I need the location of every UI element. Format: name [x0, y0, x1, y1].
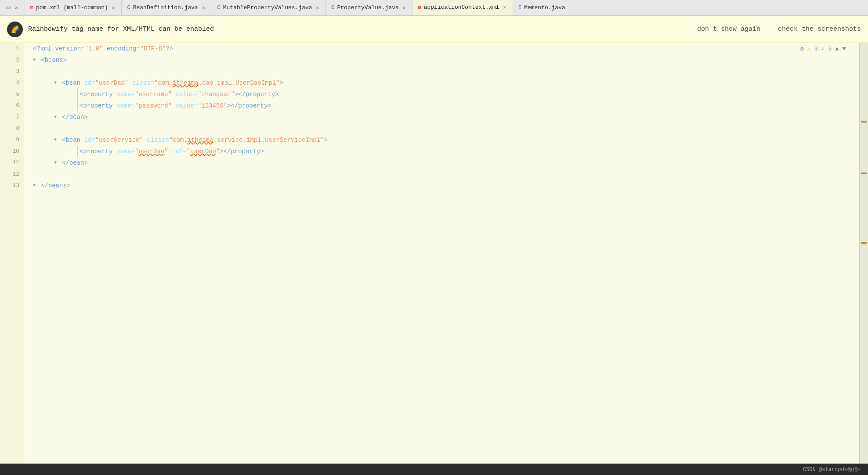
status-bar: CSDN @starcpdk微信-: [0, 464, 868, 475]
code-line-5: <property name="username" value="zhangsa…: [24, 89, 859, 100]
scroll-marker-1: [861, 121, 867, 122]
check-count: 3: [828, 46, 832, 52]
code-line-6: <property name="password" value="123456"…: [24, 100, 859, 112]
eye-off-icon[interactable]: ⊘: [800, 45, 803, 53]
line-num-10: 10: [0, 146, 24, 157]
code-content-11: </bean>: [62, 157, 88, 169]
line-num-12: 12: [0, 169, 24, 180]
line-num-9: 9: [0, 134, 24, 146]
dont-show-link[interactable]: don't show again: [697, 25, 760, 33]
right-scrollbar[interactable]: [859, 43, 868, 475]
code-content-1: <?xml version="1.0" encoding="UTF-8"?>: [33, 43, 173, 54]
chevron-down-icon[interactable]: ▼: [843, 45, 846, 52]
notification-icon: 🌈: [7, 22, 23, 37]
line-num-1: 1: [0, 43, 24, 54]
tab-pom-close[interactable]: ✕: [111, 4, 116, 11]
tab-pom[interactable]: m pom.xml (mall-common) ✕: [25, 0, 122, 16]
collapse-bean1-close[interactable]: ▼: [54, 112, 60, 123]
tab-property-close[interactable]: ✕: [401, 4, 407, 11]
code-content-10: <property name="userDao" ref="userDao"><…: [80, 146, 264, 157]
line-numbers: 1 2 3 4 5 6 7 8 9 10 11 12 13: [0, 43, 24, 475]
collapse-bean2-close[interactable]: ▼: [54, 157, 60, 169]
c-icon-2: C: [217, 5, 221, 11]
notification-bar: 🌈 Rainbowify tag name for XML/HTML can b…: [0, 16, 868, 43]
xml-icon-2: m: [418, 4, 421, 11]
code-content-7: </bean>: [62, 112, 88, 123]
editor-toolbar: ⊘ ⚠ 3 ✓ 3 ▲ ▼: [796, 43, 850, 54]
tab-mutable[interactable]: C MutablePropertyValues.java ✕: [212, 0, 326, 16]
code-line-13: ▼</beans>: [24, 180, 859, 191]
tab-va[interactable]: va ✕: [0, 0, 25, 16]
code-content-4: <bean id="userDao" class="com.itheima.da…: [62, 77, 283, 89]
code-area: ⊘ ⚠ 3 ✓ 3 ▲ ▼ <?xml version="1.0" encodi…: [24, 43, 859, 475]
tab-mutable-label: MutablePropertyValues.java: [223, 4, 312, 11]
code-line-1: <?xml version="1.0" encoding="UTF-8"?>: [24, 43, 859, 54]
collapse-bean1[interactable]: ▼: [54, 77, 60, 89]
code-line-10: <property name="userDao" ref="userDao"><…: [24, 146, 859, 157]
code-line-11: ▼</bean>: [24, 157, 859, 169]
collapse-beans-close[interactable]: ▼: [33, 180, 39, 191]
line-num-5: 5: [0, 89, 24, 100]
check-icon: ✓: [821, 45, 825, 52]
tab-bean-definition[interactable]: C BeanDefinition.java ✕: [122, 0, 212, 16]
tab-bar: va ✕ m pom.xml (mall-common) ✕ C BeanDef…: [0, 0, 868, 16]
check-screenshots-link[interactable]: check the screenshots: [778, 25, 861, 33]
code-line-7: ▼</bean>: [24, 112, 859, 123]
collapse-beans[interactable]: ▼: [33, 54, 39, 66]
collapse-bean2[interactable]: ▼: [54, 134, 60, 146]
code-content-5: <property name="username" value="zhangsa…: [80, 89, 279, 100]
c-icon-3: C: [331, 5, 334, 11]
warning-icon: ⚠: [807, 45, 811, 52]
tab-appctx-label: applicationContext.xml: [424, 4, 499, 11]
status-text: CSDN @starcpdk微信-: [803, 466, 861, 473]
line-num-6: 6: [0, 100, 24, 112]
code-content-6: <property name="password" value="123456"…: [80, 100, 271, 112]
code-content-9: <bean id="userService" class="com.itheim…: [62, 134, 328, 146]
code-line-8: [24, 123, 859, 134]
tab-property-value[interactable]: C PropertyValue.java ✕: [326, 0, 412, 16]
line-num-4: 4: [0, 77, 24, 89]
code-line-12: [24, 169, 859, 180]
xml-icon: m: [30, 5, 33, 11]
line-num-7: 7: [0, 112, 24, 123]
code-line-2: ▼<beans>: [24, 54, 859, 66]
code-content-13: </beans>: [41, 180, 70, 191]
code-content-2: <beans>: [41, 54, 67, 66]
code-line-3: [24, 66, 859, 77]
i-icon: I: [518, 5, 521, 11]
tab-appctx-close[interactable]: ✕: [502, 4, 507, 11]
tab-bean-label: BeanDefinition.java: [133, 4, 198, 11]
rainbow-icon: 🌈: [11, 25, 19, 34]
tab-memento[interactable]: I Memento.java: [513, 0, 571, 16]
editor-container: 1 2 3 4 5 6 7 8 9 10 11 12 13 ⊘ ⚠ 3 ✓ 3 …: [0, 43, 868, 475]
scroll-marker-2: [861, 173, 867, 174]
warning-count: 3: [814, 46, 818, 52]
tab-bean-close[interactable]: ✕: [201, 4, 206, 11]
code-line-9: ▼<bean id="userService" class="com.ithei…: [24, 134, 859, 146]
notification-message: Rainbowify tag name for XML/HTML can be …: [28, 25, 692, 33]
chevron-up-icon[interactable]: ▲: [835, 45, 839, 52]
line-num-13: 13: [0, 180, 24, 191]
tab-memento-label: Memento.java: [524, 4, 565, 11]
notification-actions: don't show again check the screenshots: [697, 25, 861, 33]
line-num-8: 8: [0, 123, 24, 134]
c-icon-1: C: [127, 5, 130, 11]
tab-pom-label: pom.xml (mall-common): [36, 4, 108, 11]
tab-va-close[interactable]: ✕: [14, 4, 19, 11]
line-num-3: 3: [0, 66, 24, 77]
line-num-2: 2: [0, 54, 24, 66]
code-line-4: ▼<bean id="userDao" class="com.itheima.d…: [24, 77, 859, 89]
line-num-11: 11: [0, 157, 24, 169]
java-icon: va: [5, 5, 11, 11]
tab-property-label: PropertyValue.java: [337, 4, 398, 11]
scroll-marker-3: [861, 242, 867, 244]
tab-mutable-close[interactable]: ✕: [315, 4, 321, 11]
tab-app-context[interactable]: m applicationContext.xml ✕: [412, 0, 513, 16]
